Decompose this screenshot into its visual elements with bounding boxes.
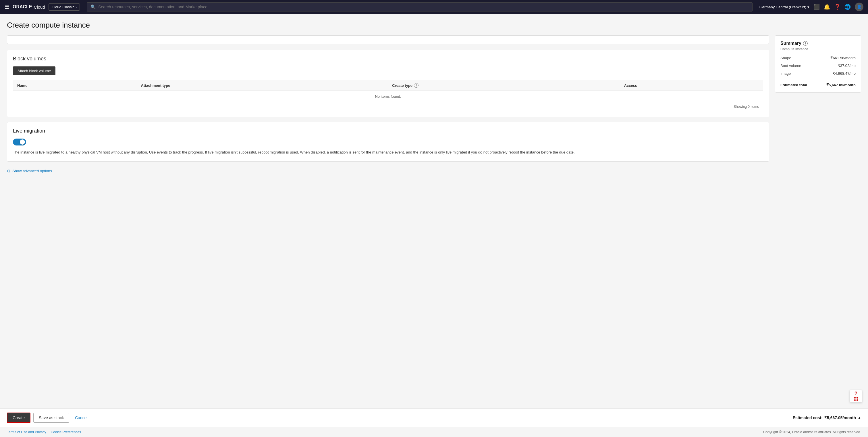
footer-estimated-cost: Estimated cost: ₹5,667.05/month ▲ — [793, 415, 861, 420]
top-navigation: ☰ ORACLE Cloud Cloud Classic › 🔍 Germany… — [0, 0, 868, 14]
summary-shape-label: Shape — [780, 56, 791, 60]
terminal-icon[interactable]: ⬛ — [813, 4, 820, 10]
footer-links: Terms of Use and Privacy Cookie Preferen… — [7, 430, 81, 434]
col-attachment-type: Attachment type — [137, 80, 388, 91]
user-avatar[interactable]: 👤 — [855, 3, 863, 11]
summary-subtitle: Compute instance — [780, 47, 856, 51]
block-volumes-section: Block volumes Attach block volume Name A… — [7, 50, 769, 117]
footer-actions: Create Save as stack Cancel — [7, 413, 91, 423]
summary-divider — [780, 79, 856, 79]
create-type-info-icon[interactable]: i — [414, 83, 418, 88]
summary-image-value: ₹4,968.47/mo — [833, 71, 856, 76]
summary-info-icon[interactable]: i — [803, 41, 808, 46]
summary-boot-volume-row: Boot volume ₹37.02/mo — [780, 63, 856, 68]
live-migration-section: Live migration The instance is live migr… — [7, 122, 769, 162]
topnav-right-area: Germany Central (Frankfurt) ▾ ⬛ 🔔 ❓ 🌐 👤 — [760, 3, 863, 11]
cookie-preferences-link[interactable]: Cookie Preferences — [51, 430, 81, 434]
live-migration-description: The instance is live migrated to a healt… — [13, 149, 763, 155]
summary-image-row: Image ₹4,968.47/mo — [780, 71, 856, 76]
table-row-empty: No items found. — [13, 91, 763, 103]
block-volumes-title: Block volumes — [13, 56, 763, 62]
summary-boot-value: ₹37.02/mo — [838, 63, 856, 68]
live-migration-toggle[interactable] — [13, 139, 26, 145]
cancel-button[interactable]: Cancel — [72, 413, 91, 423]
estimated-cost-toggle-icon[interactable]: ▲ — [858, 416, 861, 420]
summary-title: Summary — [780, 41, 801, 46]
block-volumes-table: Name Attachment type Create type i — [13, 80, 763, 103]
estimated-cost-label: Estimated cost: — [793, 415, 823, 420]
summary-total-value: ₹5,667.05/month — [826, 83, 856, 87]
left-panel: Block volumes Attach block volume Name A… — [7, 35, 769, 404]
summary-shape-value: ₹661.56/month — [830, 56, 856, 60]
summary-boot-label: Boot volume — [780, 63, 801, 68]
oracle-logo-text: ORACLE — [13, 4, 32, 9]
no-items-text: No items found. — [13, 91, 763, 103]
live-migration-title: Live migration — [13, 128, 763, 134]
summary-total-label: Estimated total — [780, 83, 807, 87]
help-icon[interactable]: ❓ — [834, 4, 840, 10]
main-content: Block volumes Attach block volume Name A… — [7, 35, 861, 404]
help-question-icon: ? — [855, 391, 857, 396]
col-name: Name — [13, 80, 137, 91]
col-access: Access — [620, 80, 763, 91]
help-dots-grid — [854, 397, 858, 401]
sliders-icon: ⚙ — [7, 169, 11, 174]
search-icon: 🔍 — [91, 4, 96, 9]
summary-header: Summary i — [780, 41, 856, 46]
create-button[interactable]: Create — [7, 413, 30, 423]
col-create-type: Create type i — [388, 80, 620, 91]
terms-link[interactable]: Terms of Use and Privacy — [7, 430, 46, 434]
summary-image-label: Image — [780, 71, 791, 76]
cloud-logo-text: Cloud — [34, 5, 45, 9]
help-fab-button[interactable]: ? — [849, 390, 862, 403]
globe-icon[interactable]: 🌐 — [844, 4, 851, 10]
copyright-text: Copyright © 2024, Oracle and/or its affi… — [763, 430, 861, 434]
notifications-icon[interactable]: 🔔 — [824, 4, 830, 10]
page-title: Create compute instance — [7, 21, 861, 30]
search-bar[interactable]: 🔍 — [87, 2, 752, 11]
region-selector[interactable]: Germany Central (Frankfurt) ▾ — [760, 5, 809, 9]
region-label: Germany Central (Frankfurt) — [760, 5, 806, 9]
page-wrapper: Create compute instance Block volumes At… — [0, 14, 868, 404]
region-chevron-icon: ▾ — [807, 5, 809, 9]
summary-shape-row: Shape ₹661.56/month — [780, 56, 856, 60]
estimated-cost-value: ₹5,667.05/month — [824, 415, 856, 420]
page-footer: Terms of Use and Privacy Cookie Preferen… — [0, 427, 868, 437]
summary-total-row: Estimated total ₹5,667.05/month — [780, 83, 856, 87]
table-footer: Showing 0 items — [13, 103, 763, 111]
scroll-hint-top — [7, 35, 769, 44]
save-as-stack-button[interactable]: Save as stack — [33, 413, 69, 423]
menu-icon[interactable]: ☰ — [5, 4, 9, 10]
summary-card: Summary i Compute instance Shape ₹661.56… — [775, 35, 861, 93]
live-migration-toggle-row — [13, 139, 763, 145]
attach-block-volume-button[interactable]: Attach block volume — [13, 66, 56, 75]
search-input[interactable] — [98, 5, 749, 9]
advanced-options-label: Show advanced options — [12, 169, 52, 173]
show-advanced-options-link[interactable]: ⚙ Show advanced options — [7, 169, 769, 174]
cloud-classic-button[interactable]: Cloud Classic › — [49, 3, 80, 11]
right-panel: Summary i Compute instance Shape ₹661.56… — [775, 35, 861, 404]
footer-action-bar: Create Save as stack Cancel Estimated co… — [0, 408, 868, 427]
oracle-logo: ORACLE Cloud — [13, 4, 45, 9]
